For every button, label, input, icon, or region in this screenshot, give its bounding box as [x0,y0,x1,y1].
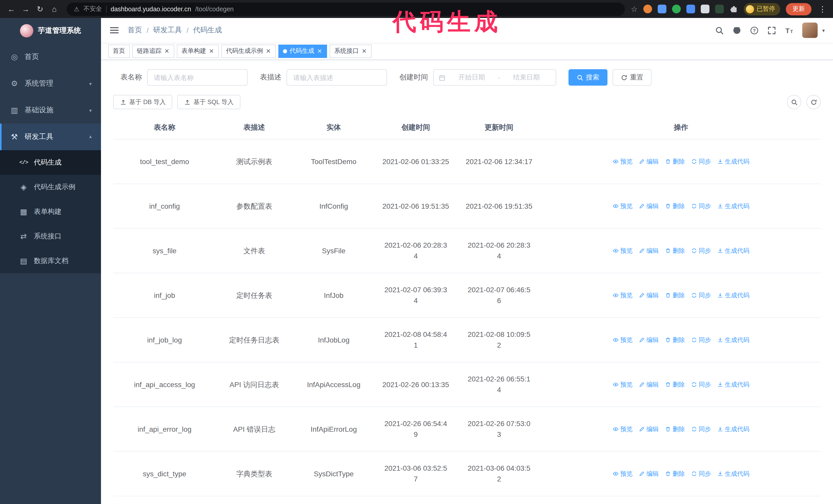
extension-icon-dark[interactable] [715,5,724,13]
sync-link[interactable]: 同步 [691,246,711,255]
profile-avatar [746,5,754,13]
github-icon[interactable] [733,26,741,34]
sidebar-item-devtools[interactable]: ⚒ 研发工具 ▾ [0,124,101,150]
back-icon[interactable]: ← [5,3,18,15]
toggle-search-button[interactable] [787,95,801,109]
font-size-icon[interactable] [785,26,793,34]
extension-icon-orange[interactable] [643,5,652,13]
preview-link[interactable]: 预览 [613,246,633,255]
generate-code-link[interactable]: 生成代码 [717,469,749,478]
sync-link[interactable]: 同步 [691,469,711,478]
tab-form-builder[interactable]: 表单构建 [177,44,219,58]
table-name-input[interactable] [147,69,247,86]
extension-icon-capture[interactable] [701,5,710,13]
extension-icon-people[interactable] [686,5,695,13]
delete-link[interactable]: 删除 [665,425,685,434]
user-avatar[interactable] [802,23,818,38]
reload-icon[interactable]: ↻ [34,3,46,15]
close-icon[interactable] [361,48,367,54]
close-icon[interactable] [317,48,323,54]
delete-link[interactable]: 删除 [665,246,685,255]
sidebar-item-codegen[interactable]: </> 代码生成 [0,150,101,175]
breadcrumb-devtools[interactable]: 研发工具 [153,26,182,35]
sidebar-item-home[interactable]: ◎ 首页 [0,44,101,70]
sidebar-item-db-doc[interactable]: ▤ 数据库文档 [0,249,101,273]
generate-code-link[interactable]: 生成代码 [717,246,749,255]
refresh-table-button[interactable] [806,95,821,109]
generate-code-link[interactable]: 生成代码 [717,157,749,166]
reset-button[interactable]: 重置 [613,69,651,86]
browser-menu-icon[interactable]: ⋮ [817,4,828,14]
forward-icon[interactable]: → [20,3,32,15]
tab-tracing[interactable]: 链路追踪 [132,44,174,58]
delete-link[interactable]: 删除 [665,380,685,389]
preview-link[interactable]: 预览 [613,291,633,300]
import-db-label: 基于 DB 导入 [129,98,166,106]
delete-link[interactable]: 删除 [665,469,685,478]
create-time-cell: 2021-02-06 01:33:25 [375,139,457,184]
delete-link[interactable]: 删除 [665,201,685,211]
app-logo[interactable]: 芋道管理系统 [0,18,101,44]
close-icon[interactable] [265,48,271,54]
generate-code-link[interactable]: 生成代码 [717,335,749,344]
table-desc-input[interactable] [287,69,387,86]
generate-code-link[interactable]: 生成代码 [717,201,749,211]
edit-link[interactable]: 编辑 [639,157,659,166]
sync-link[interactable]: 同步 [691,380,711,389]
search-icon[interactable] [715,26,724,34]
extension-icon-blue[interactable] [658,5,666,13]
sidebar-item-infra[interactable]: ▥ 基础设施 ▾ [0,97,101,124]
delete-link[interactable]: 删除 [665,157,685,166]
tab-home[interactable]: 首页 [108,44,130,58]
search-button[interactable]: 搜索 [569,69,608,86]
preview-link[interactable]: 预览 [613,425,633,434]
date-range-picker[interactable]: 开始日期 - 结束日期 [433,69,556,86]
delete-link[interactable]: 删除 [665,335,685,344]
close-icon[interactable] [209,48,214,54]
sync-link[interactable]: 同步 [691,335,711,344]
edit-link[interactable]: 编辑 [639,380,659,389]
bookmark-star-icon[interactable]: ☆ [631,4,638,14]
sync-link[interactable]: 同步 [691,201,711,211]
import-db-button[interactable]: 基于 DB 导入 [113,95,172,109]
delete-link[interactable]: 删除 [665,291,685,300]
tab-codegen-example[interactable]: 代码生成示例 [221,44,276,58]
avatar-caret-icon[interactable]: ▾ [822,27,825,33]
sidebar-item-system[interactable]: ⚙ 系统管理 ▾ [0,70,101,97]
address-bar[interactable]: ⚠ 不安全 dashboard.yudao.iocoder.cn/tool/co… [67,2,625,16]
preview-link[interactable]: 预览 [613,201,633,211]
sync-link[interactable]: 同步 [691,157,711,166]
generate-code-link[interactable]: 生成代码 [717,291,749,300]
edit-link[interactable]: 编辑 [639,335,659,344]
edit-link[interactable]: 编辑 [639,469,659,478]
edit-link[interactable]: 编辑 [639,291,659,300]
edit-link[interactable]: 编辑 [639,201,659,211]
sync-link[interactable]: 同步 [691,425,711,434]
sidebar-item-system-api[interactable]: ⇄ 系统接口 [0,224,101,249]
browser-home-icon[interactable]: ⌂ [48,3,61,15]
sync-link[interactable]: 同步 [691,291,711,300]
tab-codegen[interactable]: 代码生成 [278,44,327,58]
tab-system-api[interactable]: 系统接口 [330,44,372,58]
sidebar-item-form-builder[interactable]: ▦ 表单构建 [0,199,101,224]
breadcrumb-home[interactable]: 首页 [128,26,142,35]
preview-link[interactable]: 预览 [613,469,633,478]
import-sql-button[interactable]: 基于 SQL 导入 [177,95,240,109]
close-icon[interactable] [164,48,170,54]
create-time-cell: 2021-02-26 06:54:4 9 [375,407,457,452]
edit-link[interactable]: 编辑 [639,425,659,434]
preview-link[interactable]: 预览 [613,157,633,166]
browser-update-button[interactable]: 更新 [786,3,811,15]
generate-code-link[interactable]: 生成代码 [717,380,749,389]
preview-link[interactable]: 预览 [613,335,633,344]
extensions-puzzle-icon[interactable] [730,5,738,13]
help-icon[interactable] [750,26,759,34]
extension-icon-green[interactable] [672,5,681,13]
sidebar-toggle-icon[interactable] [109,25,119,35]
fullscreen-icon[interactable] [767,26,776,34]
preview-link[interactable]: 预览 [613,380,633,389]
profile-paused-chip[interactable]: 已暂停 [744,3,780,15]
edit-link[interactable]: 编辑 [639,246,659,255]
sidebar-item-codegen-example[interactable]: ◈ 代码生成示例 [0,175,101,199]
generate-code-link[interactable]: 生成代码 [717,425,749,434]
